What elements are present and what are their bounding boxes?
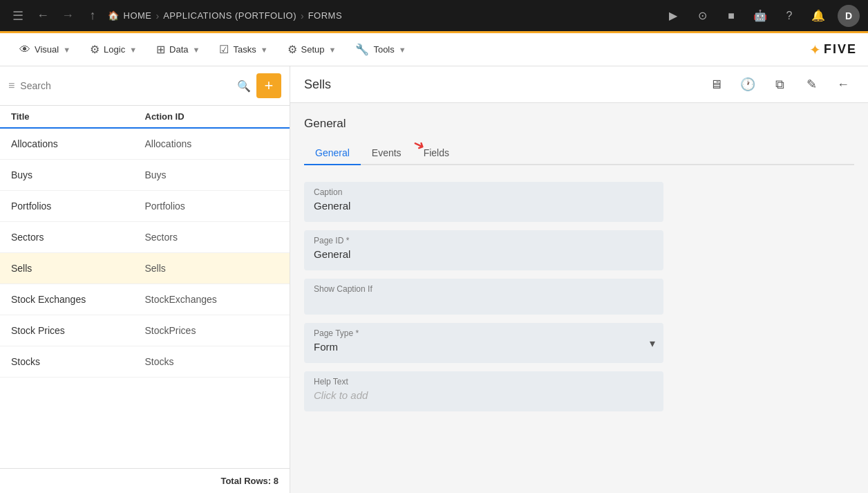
play-icon[interactable]: ▶ [663,6,683,26]
row-action: StockPrices [145,325,279,336]
row-action: Sectors [145,232,279,243]
dropdown-icon: ▾ [650,337,655,350]
logo: ✦ FIVE [809,41,857,58]
section-title: General [304,117,854,131]
nav-tools[interactable]: 🔧 Tools ▼ [347,39,414,60]
nav-data-label: Data [169,44,188,55]
row-action: Allocations [145,138,279,149]
show-caption-label: Show Caption If [314,284,654,294]
page-id-field: Page ID * General [304,230,663,270]
list-item[interactable]: Allocations Allocations [0,129,290,160]
page-id-label: Page ID * [314,236,654,245]
row-title: Sectors [11,232,145,243]
nav-logic-label: Logic [104,44,125,55]
back-arrow-icon[interactable]: ← [832,73,854,95]
row-title: Allocations [11,138,145,149]
main-layout: ≡ 🔍 + Title Action ID Allocations Alloca… [0,66,868,493]
caption-field: Caption General [304,182,663,222]
row-title: Stock Prices [11,325,145,336]
show-caption-field: Show Caption If [304,279,663,315]
list-item[interactable]: Sectors Sectors [0,222,290,253]
clock-icon[interactable]: 🕐 [737,73,759,95]
tab-fields[interactable]: Fields [413,142,460,165]
topbar-actions: ▶ ⊙ ■ 🤖 ? 🔔 D [663,5,860,27]
breadcrumb-home[interactable]: HOME [124,10,152,21]
help-text-field: Help Text Click to add [304,371,663,411]
tools-icon: 🔧 [355,43,369,56]
nav-visual[interactable]: 👁 Visual ▼ [11,39,79,60]
page-title: Sells [304,77,331,92]
avatar[interactable]: D [838,5,860,27]
secondbar: 👁 Visual ▼ ⚙ Logic ▼ ⊞ Data ▼ ☑ Tasks ▼ … [0,33,868,66]
tab-events[interactable]: Events [361,142,413,165]
copy-icon[interactable]: ⧉ [768,73,791,95]
row-action: Stocks [145,356,279,367]
breadcrumb: 🏠 HOME › APPLICATIONS (PORTFOLIO) › FORM… [108,10,658,21]
help-text-label: Help Text [314,377,654,387]
tab-general[interactable]: General [304,142,361,165]
eye-icon: 👁 [19,44,30,56]
list-item[interactable]: Stock Prices StockPrices [0,315,290,346]
forward-icon[interactable]: → [58,8,77,23]
page-id-value[interactable]: General [314,248,350,260]
back-icon[interactable]: ← [33,8,53,23]
search-icon[interactable]: ⊙ [692,6,712,26]
home-icon: 🏠 [108,10,120,21]
row-action: Sells [145,263,279,274]
sidebar: ≡ 🔍 + Title Action ID Allocations Alloca… [0,66,290,493]
nav-tasks-label: Tasks [233,44,256,55]
sidebar-search-bar: ≡ 🔍 + [0,66,290,106]
table-header: Title Action ID [0,106,290,129]
row-title: Stock Exchanges [11,294,145,305]
caption-label: Caption [314,187,654,197]
row-title: Buys [11,169,145,180]
filter-icon: ≡ [8,80,15,92]
list-item[interactable]: Portfolios Portfolios [0,191,290,222]
search-input[interactable] [20,80,232,91]
list-item-active[interactable]: Sells Sells [0,253,290,284]
content-header: Sells 🖥 🕐 ⧉ ✎ ← [290,66,868,103]
list-item[interactable]: Stocks Stocks [0,346,290,378]
sidebar-rows: Allocations Allocations Buys Buys Portfo… [0,129,290,468]
sidebar-footer: Total Rows: 8 [0,468,290,493]
search-icon[interactable]: 🔍 [237,80,251,93]
menu-icon[interactable]: ☰ [8,8,28,24]
nav-setup[interactable]: ⚙ Setup ▼ [279,39,345,60]
header-actions: 🖥 🕐 ⧉ ✎ ← [705,73,854,95]
robot-icon[interactable]: 🤖 [751,6,770,26]
nav-data[interactable]: ⊞ Data ▼ [148,39,208,60]
row-title: Stocks [11,356,145,367]
page-type-value: Form [314,341,639,353]
logic-icon: ⚙ [90,43,100,56]
nav-setup-label: Setup [301,44,325,55]
row-action: Portfolios [145,201,279,212]
tasks-icon: ☑ [219,43,229,56]
help-icon[interactable]: ? [780,6,799,26]
up-icon[interactable]: ↑ [83,8,102,23]
grid-icon: ⊞ [156,43,165,56]
list-item[interactable]: Buys Buys [0,160,290,191]
col-title-header: Title [11,111,145,122]
nav-tasks[interactable]: ☑ Tasks ▼ [211,39,276,60]
bell-icon[interactable]: 🔔 [809,6,828,26]
form-container: General General Events Fields ➜ Caption … [290,103,868,493]
edit-icon[interactable]: ✎ [800,73,822,95]
row-title: Sells [11,263,145,274]
topbar: ☰ ← → ↑ 🏠 HOME › APPLICATIONS (PORTFOLIO… [0,0,868,33]
form-tabs: General Events Fields ➜ [304,142,854,165]
breadcrumb-portfolio[interactable]: APPLICATIONS (PORTFOLIO) [163,10,296,21]
col-action-header: Action ID [145,111,279,122]
list-item[interactable]: Stock Exchanges StockExchanges [0,284,290,315]
row-action: Buys [145,169,279,180]
breadcrumb-forms[interactable]: FORMS [308,10,342,21]
monitor-icon[interactable]: 🖥 [705,73,727,95]
caption-value[interactable]: General [314,200,350,212]
add-button[interactable]: + [256,73,281,98]
help-text-placeholder: Click to add [314,389,368,401]
row-action: StockExchanges [145,294,279,305]
nav-logic[interactable]: ⚙ Logic ▼ [82,39,145,60]
logo-icon: ✦ [809,41,821,58]
stop-icon[interactable]: ■ [721,6,741,26]
row-title: Portfolios [11,201,145,212]
logo-text: FIVE [824,42,857,57]
